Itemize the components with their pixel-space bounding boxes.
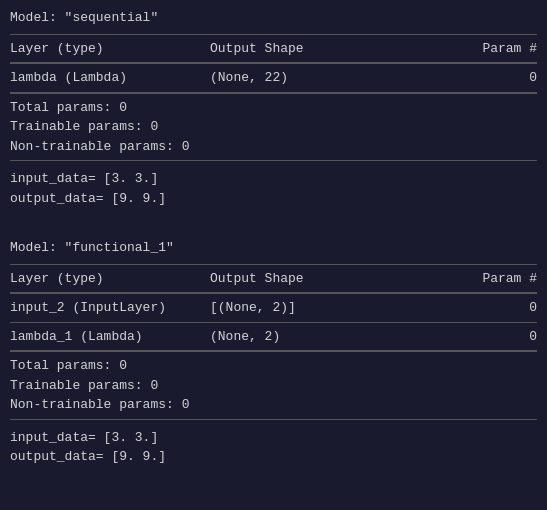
- section-sequential: Model: "sequential" Layer (type) Output …: [10, 8, 537, 208]
- header-shape-1: Output Shape: [210, 39, 390, 59]
- input-data-1: input_data= [3. 3.]: [10, 169, 537, 189]
- divider-after-header-1: [10, 62, 537, 64]
- header-layer-2: Layer (type): [10, 269, 210, 289]
- divider-top-1: [10, 34, 537, 35]
- row-param-2b: 0: [390, 327, 537, 347]
- output-data-1: output_data= [9. 9.]: [10, 189, 537, 209]
- table-row: lambda_1 (Lambda) (None, 2) 0: [10, 325, 537, 349]
- table-row: lambda (Lambda) (None, 22) 0: [10, 66, 537, 90]
- io-data-1: input_data= [3. 3.] output_data= [9. 9.]: [10, 169, 537, 208]
- blank-line: [10, 224, 537, 238]
- non-trainable-params-1: Non-trainable params: 0: [10, 137, 537, 157]
- trainable-params-2: Trainable params: 0: [10, 376, 537, 396]
- row-shape-2b: (None, 2): [210, 327, 390, 347]
- model-title-sequential: Model: "sequential": [10, 8, 537, 28]
- divider-after-summary-1: [10, 160, 537, 161]
- divider-after-rows-1: [10, 92, 537, 94]
- non-trainable-params-2: Non-trainable params: 0: [10, 395, 537, 415]
- table-sequential: Layer (type) Output Shape Param # lambda…: [10, 34, 537, 94]
- summary-total-1: Total params: 0 Trainable params: 0 Non-…: [10, 98, 537, 157]
- table-header-2: Layer (type) Output Shape Param #: [10, 267, 537, 291]
- header-layer-1: Layer (type): [10, 39, 210, 59]
- total-params-1: Total params: 0: [10, 98, 537, 118]
- divider-after-summary-2: [10, 419, 537, 420]
- header-param-2: Param #: [390, 269, 537, 289]
- input-data-2: input_data= [3. 3.]: [10, 428, 537, 448]
- divider-after-header-2: [10, 292, 537, 294]
- table-row: input_2 (InputLayer) [(None, 2)] 0: [10, 296, 537, 320]
- header-param-1: Param #: [390, 39, 537, 59]
- summary-total-2: Total params: 0 Trainable params: 0 Non-…: [10, 356, 537, 415]
- row-param-2a: 0: [390, 298, 537, 318]
- io-data-2: input_data= [3. 3.] output_data= [9. 9.]: [10, 428, 537, 467]
- divider-after-rows-2: [10, 350, 537, 352]
- total-params-2: Total params: 0: [10, 356, 537, 376]
- output-data-2: output_data= [9. 9.]: [10, 447, 537, 467]
- divider-top-2: [10, 264, 537, 265]
- row-param-1: 0: [390, 68, 537, 88]
- divider-between-rows-2: [10, 322, 537, 323]
- row-layer-2b: lambda_1 (Lambda): [10, 327, 210, 347]
- table-functional: Layer (type) Output Shape Param # input_…: [10, 264, 537, 353]
- header-shape-2: Output Shape: [210, 269, 390, 289]
- model-title-functional: Model: "functional_1": [10, 238, 537, 258]
- table-header-1: Layer (type) Output Shape Param #: [10, 37, 537, 61]
- row-shape-1: (None, 22): [210, 68, 390, 88]
- row-layer-1: lambda (Lambda): [10, 68, 210, 88]
- row-layer-2a: input_2 (InputLayer): [10, 298, 210, 318]
- trainable-params-1: Trainable params: 0: [10, 117, 537, 137]
- row-shape-2a: [(None, 2)]: [210, 298, 390, 318]
- section-functional: Model: "functional_1" Layer (type) Outpu…: [10, 238, 537, 467]
